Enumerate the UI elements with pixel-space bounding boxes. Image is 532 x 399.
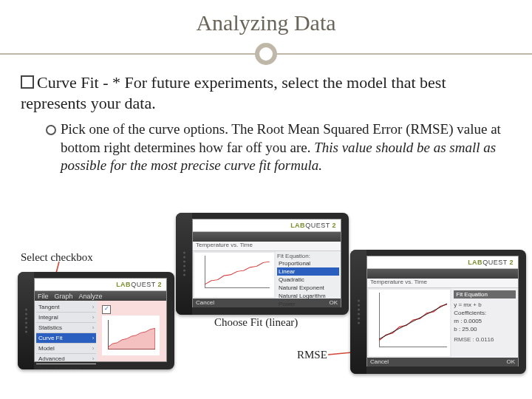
panel-title: Fit Equation [454, 290, 516, 299]
brand-bar: LABQUEST 2 [35, 279, 166, 291]
main-bullet: Curve Fit - * For future experiments, se… [21, 72, 511, 113]
device-bezel [18, 272, 34, 369]
device-screen: LABQUEST 2 File Graph Analyze Tangent› I… [34, 278, 167, 362]
device-screen: LABQUEST 2 Temperature vs. Time Fit Equa… [366, 256, 519, 366]
series-checkbox[interactable]: ✓ [102, 305, 111, 314]
labquest-device-3: LABQUEST 2 Temperature vs. Time Fit Equa… [350, 250, 526, 374]
fit-equation: y = mx + b [454, 301, 516, 309]
caption-rmse: RMSE [297, 349, 327, 361]
graph-header: Temperature vs. Time [193, 242, 341, 251]
graph-area [369, 290, 450, 356]
cancel-button[interactable]: Cancel [196, 299, 214, 307]
chevron-right-icon: › [92, 314, 95, 321]
coeff-label: Coefficients: [454, 309, 516, 317]
device-screen: LABQUEST 2 Temperature vs. Time Fit Equa… [192, 219, 341, 307]
fit-option-natural-exponent[interactable]: Natural Exponent [277, 284, 339, 292]
caption-choose-fit: Choose Fit (linear) [214, 316, 298, 329]
menu-item-statistics[interactable]: Statistics› [36, 323, 96, 333]
coeff-m: m : 0.0005 [454, 317, 516, 325]
fit-option-quadratic[interactable]: Quadratic [277, 276, 339, 284]
menu-item-curve-fit[interactable]: Curve Fit› [36, 333, 96, 344]
graph-area [194, 253, 274, 297]
ok-button[interactable]: OK [506, 358, 515, 366]
labquest-device-1: LABQUEST 2 File Graph Analyze Tangent› I… [18, 272, 174, 369]
chevron-right-icon: › [92, 335, 95, 341]
coeff-b: b : 25.00 [454, 325, 516, 333]
brand-two: 2 [509, 259, 514, 266]
brand-lab: LAB [468, 259, 482, 266]
main-bullet-text: Curve Fit - * For future experiments, se… [21, 73, 446, 112]
device-bezel [176, 213, 192, 315]
speaker-grille-icon [353, 298, 364, 327]
sub-bullet: Pick one of the curve options. The Root … [46, 120, 511, 175]
brand-lab: LAB [116, 281, 131, 288]
ok-button[interactable]: OK [329, 299, 338, 307]
ring-ornament-icon [255, 43, 277, 65]
brand-quest: QUEST [305, 222, 330, 229]
fit-results-panel: Fit Equation y = mx + b Coefficients: m … [451, 288, 518, 358]
svg-line-3 [379, 304, 447, 339]
brand-bar: LABQUEST 2 [367, 256, 518, 269]
brand-bar: LABQUEST 2 [193, 219, 341, 232]
brand-lab: LAB [290, 222, 305, 229]
app-toolbar: File Graph Analyze [35, 291, 166, 301]
mini-graph-panel: ✓ [98, 301, 166, 361]
chevron-right-icon: › [92, 304, 95, 310]
device-bezel [350, 250, 366, 374]
brand-quest: QUEST [131, 281, 155, 288]
cancel-button[interactable]: Cancel [370, 358, 389, 366]
slide-title: Analyzing Data [0, 0, 532, 35]
rmse-value: 0.0116 [476, 336, 494, 343]
chevron-right-icon: › [92, 355, 95, 362]
menu-item-tangent[interactable]: Tangent› [36, 302, 96, 313]
app-toolbar [367, 269, 518, 279]
menu-file[interactable]: File [38, 291, 49, 301]
fit-options-panel: Fit Equation: Proportional Linear Quadra… [276, 251, 341, 299]
speaker-grille-icon [179, 250, 189, 279]
title-divider [0, 40, 532, 69]
labquest-device-2: LABQUEST 2 Temperature vs. Time Fit Equa… [176, 213, 349, 315]
chevron-right-icon: › [92, 345, 95, 352]
menu-graph[interactable]: Graph [55, 291, 73, 301]
chevron-right-icon: › [92, 324, 95, 331]
speaker-grille-icon [21, 307, 31, 335]
square-bullet-icon [21, 75, 34, 89]
analyze-menu: Tangent› Integral› Statistics› Curve Fit… [35, 301, 98, 361]
brand-quest: QUEST [482, 259, 507, 266]
fit-option-proportional[interactable]: Proportional [277, 259, 339, 267]
fit-option-linear[interactable]: Linear [277, 267, 339, 276]
dialog-footer: Cancel OK [367, 358, 518, 366]
menu-item-draw-rect[interactable]: Draw Rectangle [36, 364, 96, 369]
menu-item-model[interactable]: Model› [36, 344, 96, 354]
menu-item-advanced[interactable]: Advanced› [36, 354, 96, 364]
menu-analyze[interactable]: Analyze [79, 291, 103, 301]
menu-item-integral[interactable]: Integral› [36, 313, 96, 323]
graph-header: Temperature vs. Time [367, 279, 518, 288]
brand-two: 2 [157, 281, 162, 288]
rmse-readout: RMSE : 0.0116 [454, 336, 516, 343]
circle-bullet-icon [46, 125, 56, 135]
mini-graph [102, 316, 160, 355]
fit-equation-label: Fit Equation: [277, 253, 339, 259]
rmse-label: RMSE : [454, 336, 474, 343]
app-toolbar [193, 232, 341, 242]
brand-two: 2 [332, 222, 336, 229]
